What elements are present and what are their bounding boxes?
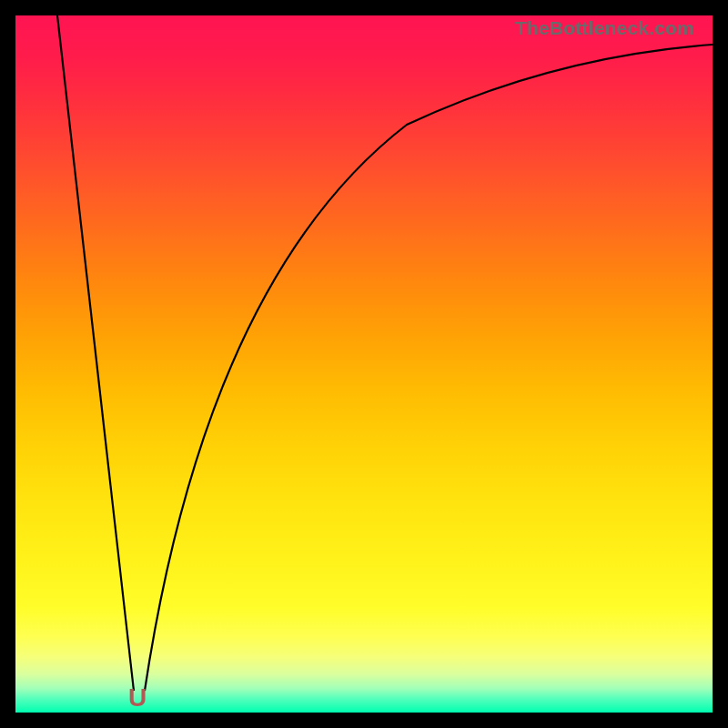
chart-frame: TheBottleneck.com U xyxy=(0,0,728,728)
plot-area: TheBottleneck.com U xyxy=(15,15,713,713)
bottleneck-curve xyxy=(15,15,713,713)
curve-left-branch xyxy=(57,15,134,691)
optimal-dip-marker: U xyxy=(128,685,144,711)
curve-right-branch xyxy=(145,45,713,691)
